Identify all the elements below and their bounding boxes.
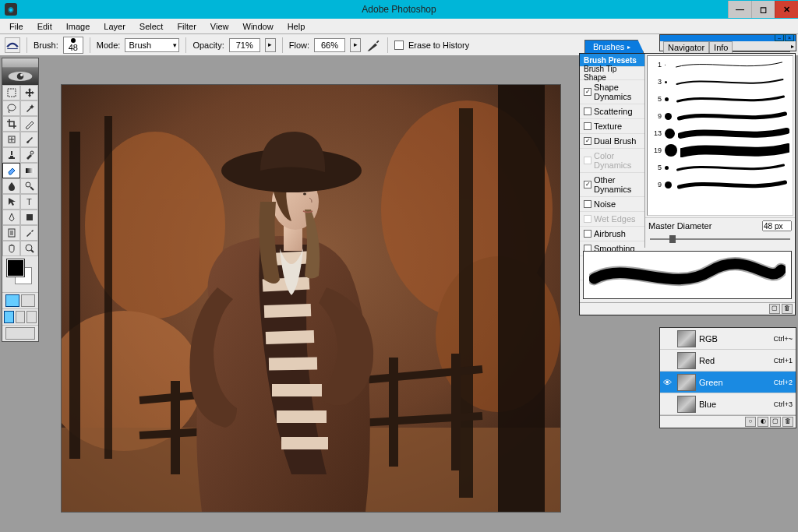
menu-layer[interactable]: Layer [97, 20, 132, 33]
channel-rgb[interactable]: RGBCtrl+~ [660, 328, 796, 350]
toolbox-grip[interactable] [2, 58, 38, 68]
brush-stroke-row[interactable]: 3 [648, 73, 793, 90]
type-tool[interactable]: T [20, 194, 38, 210]
brush-tool[interactable] [20, 132, 38, 147]
brush-stroke-row[interactable]: 5 [648, 159, 793, 176]
channels-panel: RGBCtrl+~RedCtrl+1👁GreenCtrl+2BlueCtrl+3… [659, 327, 796, 428]
checkbox-icon[interactable] [584, 181, 591, 188]
menu-file[interactable]: File [3, 20, 30, 33]
brush-stroke-row[interactable]: 19 [648, 142, 793, 159]
save-selection-icon[interactable]: ◐ [757, 417, 768, 427]
wand-tool[interactable] [20, 100, 38, 116]
flow-input[interactable]: 66% [314, 38, 345, 52]
eyedropper-tool[interactable] [20, 225, 38, 241]
load-selection-icon[interactable]: ○ [745, 417, 756, 427]
path-select-tool[interactable] [2, 194, 20, 210]
dodge-tool[interactable] [20, 178, 38, 194]
brush-option-dual-brush[interactable]: Dual Brush [580, 134, 644, 149]
visibility-icon[interactable]: 👁 [663, 378, 674, 387]
menu-select[interactable]: Select [133, 20, 170, 33]
close-button[interactable]: ✕ [775, 1, 798, 18]
menu-help[interactable]: Help [281, 20, 312, 33]
document-canvas[interactable] [62, 85, 560, 512]
brush-stroke-row[interactable]: 9 [648, 107, 793, 125]
jump-to-button[interactable] [5, 327, 35, 340]
tab-navigator[interactable]: Navigator [663, 41, 709, 53]
new-brush-icon[interactable]: ▢ [769, 304, 780, 314]
gradient-tool[interactable] [20, 163, 38, 178]
new-channel-icon[interactable]: ▢ [770, 417, 781, 427]
delete-channel-icon[interactable]: 🗑 [782, 417, 793, 427]
heal-tool[interactable] [2, 132, 20, 147]
opacity-input[interactable]: 71% [229, 38, 260, 52]
foreground-color[interactable] [7, 259, 24, 277]
checkbox-icon[interactable] [584, 88, 591, 96]
svg-rect-26 [451, 354, 461, 470]
screen-full-button[interactable] [26, 311, 37, 323]
maximize-button[interactable]: ◻ [751, 1, 775, 18]
pen-tool[interactable] [2, 210, 20, 225]
menu-filter[interactable]: Filter [171, 20, 202, 33]
brush-stroke-row[interactable]: 1 [648, 56, 793, 73]
brush-stroke-row[interactable]: 9 [648, 176, 793, 193]
channel-blue[interactable]: BlueCtrl+3 [660, 393, 796, 415]
quickmask-mode-button[interactable] [21, 294, 35, 307]
menu-image[interactable]: Image [60, 20, 97, 33]
checkbox-icon[interactable] [584, 230, 591, 238]
standard-mode-button[interactable] [5, 294, 19, 307]
opacity-flyout[interactable]: ▸ [265, 38, 276, 52]
tool-preset-icon[interactable] [5, 37, 20, 53]
crop-tool[interactable] [2, 116, 20, 132]
master-diameter-slider[interactable] [650, 234, 790, 245]
channel-green[interactable]: 👁GreenCtrl+2 [660, 372, 796, 393]
screen-standard-button[interactable] [4, 311, 14, 323]
checkbox-icon[interactable] [584, 200, 591, 208]
slice-tool[interactable] [20, 116, 38, 132]
brush-option-noise[interactable]: Noise [580, 197, 644, 212]
brush-tip-shape[interactable]: Brush Tip Shape [580, 67, 644, 80]
panel-min-icon[interactable]: – [775, 34, 784, 41]
move-tool[interactable] [20, 85, 38, 100]
brush-option-scattering[interactable]: Scattering [580, 104, 644, 119]
screen-full-menu-button[interactable] [16, 311, 26, 323]
flow-flyout[interactable]: ▸ [350, 38, 361, 52]
brush-stroke-list[interactable]: 1359131959 [647, 55, 793, 216]
minimize-button[interactable]: — [728, 1, 751, 18]
checkbox-icon[interactable] [584, 122, 591, 130]
channel-red[interactable]: RedCtrl+1 [660, 350, 796, 372]
airbrush-icon[interactable] [365, 37, 381, 53]
brush-preset-picker[interactable]: 48 [63, 37, 83, 54]
brush-option-airbrush[interactable]: Airbrush [580, 227, 644, 241]
shape-tool[interactable] [20, 210, 38, 225]
panel-close-icon[interactable]: × [785, 34, 794, 41]
color-swatches[interactable] [5, 259, 35, 289]
blur-tool[interactable] [2, 178, 20, 194]
navigator-panel[interactable]: –× Navigator Info ▸ [659, 34, 796, 51]
checkbox-icon[interactable] [584, 137, 591, 145]
brush-option-texture[interactable]: Texture [580, 119, 644, 134]
mode-select[interactable]: Brush [125, 38, 179, 52]
tab-info[interactable]: Info [709, 41, 733, 53]
history-brush-tool[interactable] [20, 147, 38, 163]
svg-rect-21 [104, 116, 112, 459]
marquee-tool[interactable] [2, 85, 20, 100]
brush-stroke-row[interactable]: 13 [648, 125, 793, 142]
panel-menu-icon[interactable]: ▸ [791, 43, 794, 50]
master-diameter-input[interactable] [762, 220, 792, 231]
brush-option-shape-dynamics[interactable]: Shape Dynamics [580, 80, 644, 104]
brush-option-other-dynamics[interactable]: Other Dynamics [580, 173, 644, 197]
delete-brush-icon[interactable]: 🗑 [782, 304, 793, 314]
menu-edit[interactable]: Edit [31, 20, 58, 33]
lasso-tool[interactable] [2, 100, 20, 116]
zoom-tool[interactable] [20, 241, 38, 256]
hand-tool[interactable] [2, 241, 20, 256]
menu-view[interactable]: View [204, 20, 235, 33]
notes-tool[interactable] [2, 225, 20, 241]
tab-brushes[interactable]: Brushes▸ [584, 40, 644, 53]
eraser-tool[interactable] [2, 163, 20, 178]
stamp-tool[interactable] [2, 147, 20, 163]
brush-stroke-row[interactable]: 5 [648, 90, 793, 107]
menu-window[interactable]: Window [237, 20, 280, 33]
checkbox-icon[interactable] [584, 107, 591, 115]
erase-history-checkbox[interactable] [394, 41, 404, 50]
